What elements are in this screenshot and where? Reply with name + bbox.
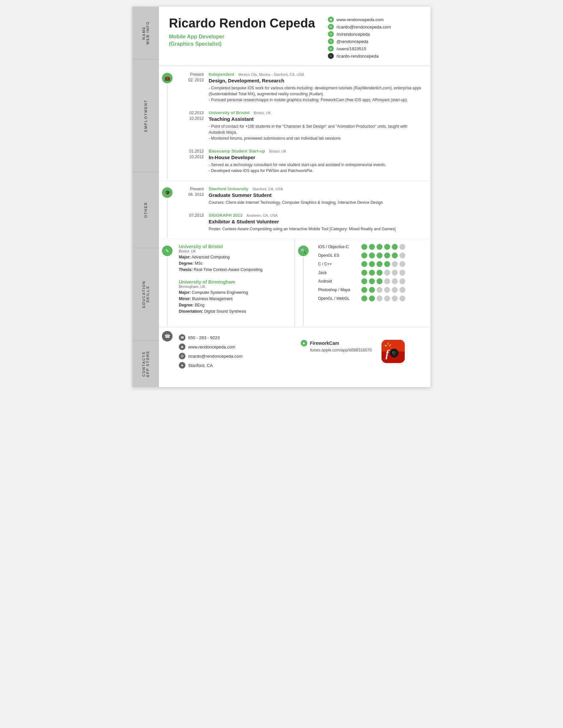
skill-photoshop-name: Photoshop / Maya: [318, 288, 361, 292]
skill-ios-name: iOS / Objective-C: [318, 245, 361, 249]
contacts-icon: ☎: [162, 331, 172, 341]
phone-icon: ☎: [179, 334, 185, 341]
dot: [369, 244, 375, 250]
other-1-location: Stanford, CA, USA: [252, 187, 283, 191]
contact-email: ✉ ricardo@rendoncepeda.com: [328, 24, 421, 30]
entry-3-date-bottom: 10.2012: [189, 155, 204, 159]
contact-so-text: /users/1923515: [337, 46, 366, 51]
contacts-left: ☎ 650 - 283 - 9223 ◉ www.rendoncepeda.co…: [179, 334, 301, 369]
other-section: 🎓 Present 06. 2013 Stanford University S…: [159, 181, 431, 239]
skill-row-opengl: OpenGL ES: [318, 252, 424, 258]
dot: [377, 261, 383, 267]
sidebar-edu-section: EDUCATIONSKILLS: [132, 248, 159, 341]
entry-1-date-bottom: 02. 2013: [188, 78, 204, 82]
other-2-desc: Poster: Context-Aware Compositing using …: [209, 226, 422, 232]
dot: [392, 244, 398, 250]
entry-3-date-top: 01.2013: [189, 149, 204, 154]
sidebar-name-section: NAMEWEB INFO: [132, 7, 159, 60]
contacts-appstore-section: ☎ ☎ 650 - 283 - 9223 ◉ www.rendoncepeda.…: [159, 328, 431, 375]
entry-1-role: Design, Development, Research: [209, 78, 422, 83]
svg-point-7: [393, 351, 394, 353]
other-2-role: Exhibitor & Student Volunteer: [209, 219, 422, 224]
app-url-row: itunes.apple.com/app/id588316070: [301, 348, 372, 352]
dot: [369, 278, 375, 284]
other-1-employer-line: Stanford University Stanford, CA, USA: [209, 186, 422, 192]
dot: [377, 296, 383, 301]
employment-entry-2: 02.2013 10.2012 University of Bristol Br…: [179, 110, 422, 141]
entry-3-role: In-House Developer: [209, 155, 422, 160]
skills-col: iOS / Objective-C OpenGL ES: [312, 239, 431, 327]
skill-row-android: Android: [318, 278, 424, 284]
contact-github-text: ricardo-rendoncepeda: [337, 54, 379, 59]
employment-content: Present 02. 2013 Independent Mexico City…: [175, 66, 431, 180]
header-section: Ricardo Rendon Cepeda Mobile App Develop…: [159, 7, 431, 66]
contact-linkedin: in /in/rendoncepeda: [328, 31, 421, 37]
title-line2: (Graphics Specialist): [169, 41, 221, 47]
other-2-body: SIGGRAPH 2013 Anaheim, CA, USA Exhibitor…: [209, 212, 422, 232]
edu-2-location: Birmingham, UK: [179, 285, 290, 289]
entry-1-employer-line: Independent Mexico City, Mexico - Stanfo…: [209, 71, 422, 77]
entry-2-dates: 02.2013 10.2012: [179, 110, 209, 141]
dot: [369, 270, 375, 276]
contact-linkedin-text: /in/rendoncepeda: [337, 32, 370, 37]
dot: [399, 287, 405, 293]
dot: [369, 296, 375, 301]
location-icon: ■: [179, 362, 185, 369]
contact-web-text: www.rendoncepeda.com: [188, 344, 235, 349]
contact-phone-text: 650 - 283 - 9223: [188, 335, 219, 340]
dot: [377, 252, 383, 258]
header-title: Mobile App Developer (Graphics Specialis…: [169, 33, 328, 48]
sidebar-contacts-label: CONTACTSAPP STORE: [142, 350, 150, 377]
sidebar-employment-label: EMPLOYMENT: [144, 100, 148, 132]
other-2-location: Anaheim, CA, USA: [246, 213, 277, 217]
globe-icon: ◆: [328, 17, 334, 23]
skills-line: [303, 257, 304, 326]
contact-github: ○ ricardo-rendoncepeda: [328, 53, 421, 59]
skill-android-dots: [361, 278, 405, 284]
skill-row-ios: iOS / Objective-C: [318, 244, 424, 250]
dot: [377, 278, 383, 284]
dot: [384, 278, 390, 284]
other-1-date-top: Present: [190, 187, 204, 191]
stackoverflow-icon: ♦: [328, 46, 334, 52]
skill-webgl-dots: [361, 296, 405, 301]
dot: [392, 287, 398, 293]
app-store-entry: ◆ FireworkCam itunes.apple.com/app/id588…: [301, 340, 423, 363]
dot: [392, 270, 398, 276]
edu-skills-section: ✎ University of Bristol Bristol, UK Majo…: [159, 239, 431, 328]
sidebar-contacts-section: CONTACTSAPP STORE: [132, 341, 159, 387]
app-url: itunes.apple.com/app/id588316070: [310, 348, 372, 352]
skill-java-name: Java: [318, 270, 361, 275]
dot: [399, 270, 405, 276]
entry-2-date-top: 02.2013: [189, 111, 204, 115]
dot: [377, 287, 383, 293]
entry-1-desc: - Completed bespoke iOS work for various…: [209, 85, 422, 103]
other-1-date-bottom: 06. 2013: [188, 192, 204, 197]
header-left: Ricardo Rendon Cepeda Mobile App Develop…: [169, 17, 328, 59]
skill-java-dots: [361, 270, 405, 276]
dot: [361, 270, 367, 276]
resume-wrapper: NAMEWEB INFO EMPLOYMENT OTHER EDUCATIONS…: [132, 7, 431, 387]
dot: [384, 244, 390, 250]
edu-2-school: University of Birmingham: [179, 279, 290, 285]
contact-location-row: ■ Stanford, CA: [179, 362, 301, 369]
contacts-icon-col: ☎: [159, 328, 175, 375]
dot: [399, 261, 405, 267]
header-name: Ricardo Rendon Cepeda: [169, 17, 328, 30]
skill-webgl-name: OpenGL / WebGL: [318, 296, 361, 301]
other-entry-1: Present 06. 2013 Stanford University Sta…: [179, 186, 422, 205]
svg-point-6: [392, 351, 397, 355]
header-right: ◆ www.rendoncepeda.com ✉ ricardo@rendonc…: [328, 17, 421, 59]
other-icon-col: 🎓: [159, 181, 175, 239]
skills-icon-col: 🔍: [295, 239, 312, 327]
dot: [399, 244, 405, 250]
dot: [361, 244, 367, 250]
dot: [369, 261, 375, 267]
other-1-dates: Present 06. 2013: [179, 186, 209, 205]
contact-email-row: @ ricardo@rendoncepeda.com: [179, 353, 301, 359]
other-1-body: Stanford University Stanford, CA, USA Gr…: [209, 186, 422, 205]
twitter-icon: 𝕏: [328, 38, 334, 44]
entry-2-location: Bristol, UK: [254, 111, 271, 115]
entry-1-body: Independent Mexico City, Mexico - Stanfo…: [209, 71, 422, 103]
employment-line: [167, 85, 167, 179]
